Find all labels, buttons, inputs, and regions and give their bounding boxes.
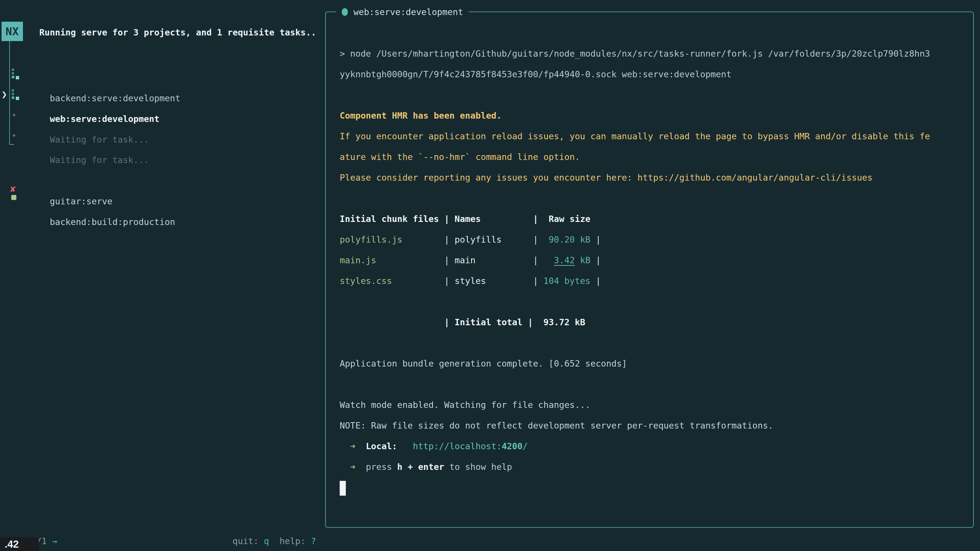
warning-text: If you encounter application reload issu… <box>340 131 930 141</box>
waiting-dot-icon <box>13 134 15 137</box>
chunk-size <box>543 255 554 265</box>
pipe-separator: | <box>590 276 601 286</box>
terminal-cursor-line <box>340 477 968 498</box>
note-text: NOTE: Raw file sizes do not reflect deve… <box>340 421 773 430</box>
pipe-separator: | <box>444 317 455 327</box>
pipe-separator: | <box>590 234 601 245</box>
nx-logo: NX <box>2 22 23 41</box>
local-label: Local: <box>366 441 397 451</box>
chunk-size-underlined: 3.42 <box>554 255 575 265</box>
keyboard-hints: quit: q help: ? <box>222 522 316 535</box>
success-square-icon <box>11 195 16 200</box>
panel-title: web:serve:development <box>336 5 469 19</box>
command-text: > node /Users/mhartington/Github/guitars… <box>340 48 930 59</box>
terminal-line-command-2: yyknnbtgh0000gn/T/9f4c243785f8453e3f00/f… <box>340 64 968 85</box>
chunk-table-row: main.js | main | 3.42 kB | <box>340 250 968 271</box>
hint-plus: + <box>402 462 418 472</box>
blank-line <box>340 85 968 105</box>
terminal-line-bundle-complete: Application bundle generation complete. … <box>340 353 968 374</box>
total-size: 93.72 kB <box>538 317 585 327</box>
task-label: Waiting for task... <box>50 155 149 165</box>
indent <box>340 462 350 472</box>
pager-next-icon[interactable]: → <box>52 536 57 546</box>
pipe-separator: | <box>444 234 455 245</box>
arrow-icon: ➜ <box>350 441 355 451</box>
indent <box>340 441 350 451</box>
indent <box>397 441 413 451</box>
terminal-line-hmr-3: ature with the `--no-hmr` command line o… <box>340 147 968 167</box>
chunk-table-total-row: | Initial total | 93.72 kB <box>340 312 968 333</box>
hint-text: to show help <box>444 462 512 472</box>
blank-line <box>340 291 968 312</box>
total-label: Initial total <box>455 317 522 327</box>
terminal-line-note: NOTE: Raw file sizes do not reflect deve… <box>340 415 968 436</box>
terminal-line-help-hint: ➜ press h + enter to show help <box>340 457 968 477</box>
blank-line <box>340 374 968 395</box>
task-item-web-serve[interactable]: web:serve:development <box>0 88 321 100</box>
warning-text: Component HMR has been enabled. <box>340 110 502 121</box>
warning-text-with-url: Please consider reporting any issues you… <box>340 172 873 183</box>
chunk-size: 104 bytes <box>543 276 590 286</box>
pipe-separator: | <box>522 317 538 327</box>
blank-line <box>340 333 968 353</box>
terminal-cursor[interactable] <box>340 481 346 495</box>
status-text: Watch mode enabled. Watching for file ch… <box>340 400 590 410</box>
pipe-separator: | <box>444 276 455 286</box>
task-item-waiting-1[interactable]: Waiting for task... <box>0 109 321 121</box>
spinner-icon <box>12 68 19 79</box>
pipe-separator: | <box>444 255 455 265</box>
quit-hint-label: quit: <box>232 536 264 546</box>
pipe-separator: | <box>590 255 601 265</box>
localhost-url-slash[interactable]: / <box>523 441 528 451</box>
overlay-badge: .42 <box>0 537 39 551</box>
warning-text: ature with the `--no-hmr` command line o… <box>340 152 580 162</box>
localhost-url[interactable]: http://localhost: <box>413 441 502 451</box>
arrow-icon: ➜ <box>350 462 355 472</box>
indent <box>355 441 366 451</box>
blank-line <box>340 188 968 209</box>
terminal-line-local-url: ➜ Local: http://localhost:4200/ <box>340 436 968 457</box>
key-enter: enter <box>418 462 444 472</box>
pipe-separator: | <box>533 234 543 245</box>
pipe-separator: | <box>533 276 543 286</box>
indent <box>340 317 444 327</box>
chunk-table-row: styles.css | styles | 104 bytes | <box>340 271 968 291</box>
command-text: yyknnbtgh0000gn/T/9f4c243785f8453e3f00/f… <box>340 69 732 79</box>
waiting-dot-icon <box>13 114 15 116</box>
terminal-line-hmr-1: Component HMR has been enabled. <box>340 105 968 126</box>
chunk-name: styles <box>455 276 533 286</box>
help-key: ? <box>311 536 316 546</box>
task-pager: ← 1/1 → <box>10 522 57 535</box>
terminal-line-command-1: > node /Users/mhartington/Github/guitars… <box>340 43 968 64</box>
chunk-name: main <box>455 255 533 265</box>
quit-key: q <box>264 536 269 546</box>
col-header-files: Initial chunk files <box>340 214 444 224</box>
terminal-line-hmr-4: Please consider reporting any issues you… <box>340 167 968 188</box>
chunk-table-header: Initial chunk files | Names | Raw size <box>340 209 968 229</box>
chunk-name: polyfills <box>455 234 533 245</box>
pipe-separator: | <box>444 214 455 224</box>
chunk-table-row: polyfills.js | polyfills | 90.20 kB | <box>340 229 968 250</box>
task-item-backend-serve[interactable]: backend:serve:development <box>0 68 321 80</box>
pipe-separator: | <box>533 214 543 224</box>
task-item-guitar-serve[interactable]: ✘ guitar:serve <box>0 171 321 183</box>
task-output-panel: web:serve:development > node /Users/mhar… <box>325 11 974 528</box>
hint-gap <box>269 536 280 546</box>
terminal-line-hmr-2: If you encounter application reload issu… <box>340 126 968 147</box>
spinner-icon <box>12 89 19 100</box>
task-item-backend-build[interactable]: backend:build:production <box>0 191 321 203</box>
col-header-names: Names <box>455 214 533 224</box>
hint-text: press <box>366 462 397 472</box>
chunk-size: 90.20 kB <box>543 234 590 245</box>
run-summary-heading: Running serve for 3 projects, and 1 requ… <box>39 26 316 38</box>
localhost-port[interactable]: 4200 <box>502 441 523 451</box>
panel-title-text: web:serve:development <box>353 7 463 17</box>
task-item-waiting-2[interactable]: Waiting for task... <box>0 129 321 141</box>
task-label: backend:build:production <box>50 217 175 227</box>
terminal-output[interactable]: > node /Users/mhartington/Github/guitars… <box>340 43 968 498</box>
chunk-size-unit: kB <box>575 255 590 265</box>
indent <box>355 462 366 472</box>
col-header-size: Raw size <box>543 214 590 224</box>
key-h: h <box>397 462 402 472</box>
pipe-separator: | <box>533 255 543 265</box>
